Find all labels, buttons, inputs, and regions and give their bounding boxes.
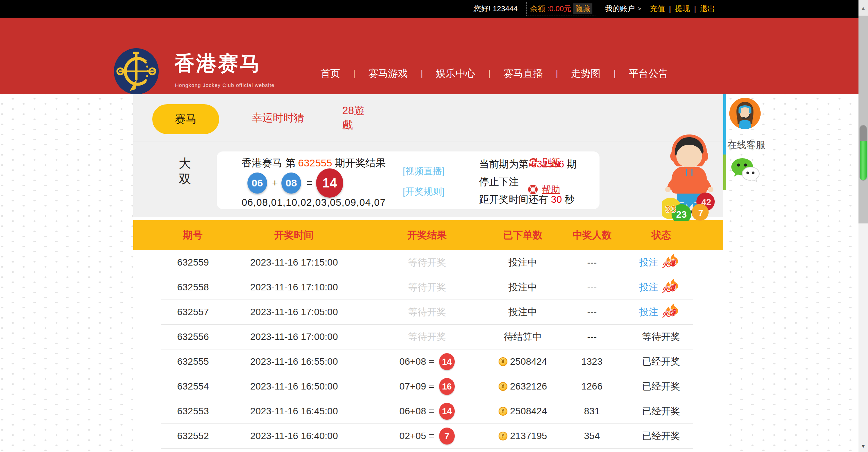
scrollbar-thumb[interactable]	[858, 16, 868, 223]
draw-sequence: 06,08,01,10,02,03,05,09,04,07	[227, 197, 400, 208]
top-account-bar: 您好! 123444 余额 :0.00元 隐藏 我的账户 > 充值|提现|退出	[0, 0, 868, 18]
refresh-button[interactable]: 刷新	[527, 156, 560, 168]
tab-lucky-guess[interactable]: 幸运时时猜	[244, 94, 312, 142]
orders-cell: 投注中	[491, 256, 555, 269]
nav-item-2[interactable]: 赛马游戏	[355, 67, 421, 80]
orders-value: 投注中	[508, 256, 537, 269]
coin-icon: ¥	[499, 382, 507, 391]
nav-item-5[interactable]: 走势图	[558, 67, 613, 80]
result-cell: 06+08 =14	[363, 353, 491, 370]
hot-label: 火爆	[661, 308, 676, 319]
time-cell: 2023-11-16 16:40:00	[225, 431, 363, 441]
customer-service-avatar-icon[interactable]	[729, 98, 761, 129]
nav-item-3[interactable]: 娱乐中心	[423, 67, 488, 80]
table-row: 6325542023-11-16 16:50:0007+09 =16¥26321…	[161, 374, 693, 399]
plus-sign: +	[272, 177, 278, 189]
table-row: 6325522023-11-16 16:40:0002+05 =7¥213719…	[161, 424, 693, 449]
top-link-3[interactable]: 退出	[700, 4, 715, 14]
header-cell-1: 期号	[161, 229, 225, 242]
header-cell-6: 状态	[629, 229, 693, 242]
scroll-up-arrow-icon[interactable]: ▲	[858, 0, 868, 16]
winners-cell: ---	[555, 257, 629, 268]
table-row: 6325592023-11-16 17:15:00等待开奖投注中---投注火爆	[161, 250, 693, 275]
header-cell-3: 开奖结果	[363, 229, 491, 242]
result-expression: 06+08 =	[399, 356, 434, 367]
pending-result-text: 等待开奖	[408, 330, 446, 343]
status-cell: 已经开奖	[629, 380, 693, 393]
table-row: 6325572023-11-16 17:05:00等待开奖投注中---投注火爆	[161, 300, 693, 325]
header-cell-2: 开奖时间	[225, 229, 363, 242]
help-button[interactable]: 帮助	[527, 183, 560, 196]
result-cell: 等待开奖	[363, 306, 491, 319]
draw-result-title: 香港赛马 第632555期开奖结果	[234, 156, 394, 170]
status-text: 已经开奖	[642, 355, 680, 368]
issue-cell: 632557	[161, 307, 225, 318]
top-link-2[interactable]: 提现	[675, 4, 690, 14]
result-cell: 等待开奖	[363, 330, 491, 343]
tab-28-game[interactable]: 28遊戲	[342, 94, 375, 142]
issue-cell: 632556	[161, 331, 225, 342]
bet-link[interactable]: 投注	[639, 256, 658, 269]
result-cell: 等待开奖	[363, 281, 491, 294]
draw-rules-link[interactable]: [开奖规则]	[403, 185, 445, 198]
winners-cell: 831	[555, 406, 629, 417]
status-cell: 投注火爆	[629, 279, 693, 295]
refresh-label: 刷新	[542, 156, 560, 168]
issue-cell: 632553	[161, 406, 225, 417]
status-cell: 已经开奖	[629, 405, 693, 418]
table-row: 6325532023-11-16 16:45:0006+08 =14¥25084…	[161, 399, 693, 424]
result-sum-badge: 14	[439, 353, 455, 370]
separator: |	[353, 68, 355, 79]
my-account-link[interactable]: 我的账户 >	[605, 4, 641, 14]
result-ball-1: 06	[247, 173, 267, 194]
svg-text:23: 23	[676, 209, 687, 220]
coin-icon: ¥	[499, 357, 507, 366]
top-link-1[interactable]: 充值	[650, 4, 665, 14]
hide-balance-button[interactable]: 隐藏	[573, 3, 592, 14]
scroll-down-arrow-icon[interactable]: ▼	[858, 440, 868, 452]
separator: |	[669, 4, 671, 13]
result-sum-badge: 14	[439, 403, 455, 420]
online-service-label: 在线客服	[726, 139, 767, 151]
orders-cell: ¥2508424	[491, 406, 555, 417]
result-balls: 06 + 08 = 14	[247, 169, 383, 197]
result-expression: 02+05 =	[399, 431, 434, 441]
coin-icon: ¥	[499, 407, 507, 416]
betting-status: 停止下注	[479, 175, 519, 189]
bet-link[interactable]: 投注	[639, 306, 658, 319]
orders-value: 2632126	[510, 381, 547, 392]
status-cell: 等待开奖	[629, 330, 693, 343]
separator: |	[488, 68, 491, 79]
hot-badge: 火爆	[662, 304, 683, 320]
issue-cell: 632558	[161, 282, 225, 293]
winners-cell: 1266	[555, 381, 629, 392]
nav-item-4[interactable]: 赛马直播	[490, 67, 556, 80]
table-header: 期号开奖时间开奖结果已下单数中奖人数状态	[133, 220, 723, 250]
table-body: 6325592023-11-16 17:15:00等待开奖投注中---投注火爆6…	[161, 250, 693, 449]
result-section: 大 双 香港赛马 第632555期开奖结果 06 + 08 = 14 06,08…	[133, 142, 723, 217]
orders-cell: 投注中	[491, 306, 555, 319]
orders-cell: 待结算中	[491, 330, 555, 343]
chevron-right-icon: >	[638, 5, 641, 13]
table-row: 6325552023-11-16 16:55:0006+08 =14¥25084…	[161, 349, 693, 374]
greeting-text: 您好! 123444	[473, 4, 518, 14]
orders-cell: 投注中	[491, 281, 555, 294]
lifebuoy-icon	[527, 184, 538, 195]
time-cell: 2023-11-16 16:45:00	[225, 406, 363, 417]
bet-link[interactable]: 投注	[639, 281, 658, 294]
scroll-indicator[interactable]	[860, 125, 867, 181]
video-live-link[interactable]: [视频直播]	[403, 165, 445, 177]
wechat-icon[interactable]	[730, 156, 761, 186]
jockey-club-emblem-icon[interactable]	[113, 48, 160, 95]
result-sum-ball: 14	[316, 168, 343, 198]
header-cell-5: 中奖人数	[555, 229, 629, 242]
status-text: 已经开奖	[642, 380, 680, 393]
nav-item-6[interactable]: 平台公告	[616, 67, 681, 80]
separator: |	[613, 68, 616, 79]
nav-item-1[interactable]: 首页	[308, 67, 353, 80]
tab-horse-racing[interactable]: 赛马	[152, 104, 219, 134]
orders-value: 2508424	[510, 406, 547, 417]
sidebar-strip-blue	[723, 94, 726, 155]
result-cell: 02+05 =7	[363, 428, 491, 445]
lottery-boy-mascot: 33 23 42 7	[662, 132, 716, 221]
